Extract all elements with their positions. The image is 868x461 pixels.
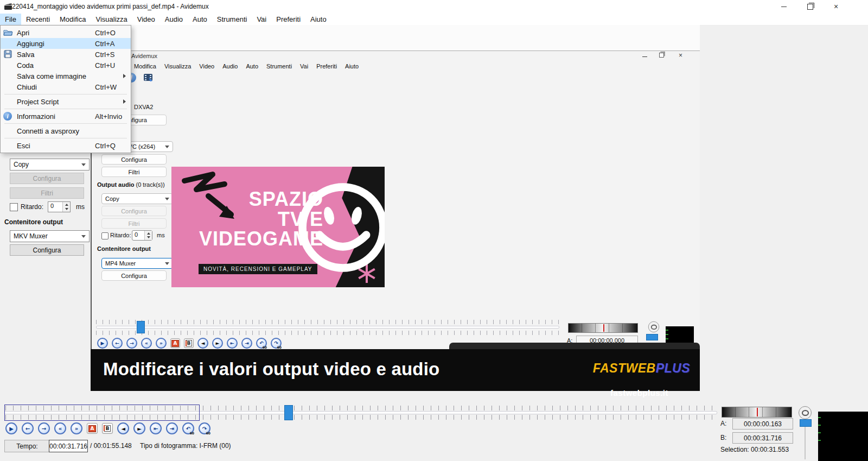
chevron-down-icon [81, 163, 86, 166]
video-back-60-button: ↶60 [256, 338, 267, 349]
fast-forward-button[interactable]: » [71, 422, 82, 434]
file-menu-salva[interactable]: SalvaCtrl+S [1, 49, 131, 60]
file-menu-esci[interactable]: EsciCtrl+Q [1, 140, 131, 151]
video-muxer-select: MP4 Muxer [101, 258, 173, 269]
save-icon [3, 50, 13, 59]
video-timeline-groove [96, 326, 559, 329]
prev-keyframe-button[interactable]: ⇤ [150, 422, 162, 434]
video-fwd-60-button: ↷60 [271, 338, 282, 349]
container-heading: Contenitore output [4, 218, 63, 226]
file-menu-connetti-avsproxy[interactable]: Connetti a avsproxy [1, 125, 131, 136]
brand-site: fastwebplus.it [610, 388, 668, 397]
delay-unit: ms [76, 203, 85, 211]
menu-separator [4, 94, 127, 94]
close-icon: × [834, 3, 838, 10]
volume-handle[interactable] [800, 419, 812, 427]
video-hw-decode-label: DXVA2 [134, 104, 153, 110]
video-fast-forward-button: » [156, 338, 167, 349]
duration-label: / 00:01:55.148 [90, 442, 132, 450]
menu-vai[interactable]: Vai [252, 14, 271, 25]
video-delay-label: Ritardo: [110, 232, 131, 238]
a-time-field: 00:00:00.163 [732, 418, 793, 430]
file-menu-project-script[interactable]: Project Script [1, 96, 131, 107]
video-preview[interactable]: Avidemux × ModificaVisualizza VideoAudio… [91, 25, 700, 391]
marker-a-button[interactable]: A [87, 423, 98, 434]
menu-separator [4, 109, 127, 109]
prev-frame-button[interactable]: ← [22, 422, 34, 434]
menu-video[interactable]: Video [132, 14, 160, 25]
video-prev-frame-button: ← [112, 338, 123, 349]
main-menubar: File Recenti Modifica Visualizza Video A… [0, 13, 868, 26]
video-inner-menubar: ModificaVisualizza VideoAudio AutoStrume… [134, 62, 367, 71]
time-input[interactable]: 00:00:31.716 [49, 440, 88, 452]
marker-b-button[interactable]: B [102, 423, 113, 434]
time-label-box: Tempo: [4, 440, 50, 452]
menu-preferiti[interactable]: Preferiti [271, 14, 305, 25]
timeline-handle[interactable] [284, 405, 293, 420]
open-folder-icon [3, 28, 13, 37]
file-menu-informazioni[interactable]: i InformazioniAlt+Invio [1, 111, 131, 122]
play-button[interactable]: ▶ [5, 422, 17, 434]
delay-checkbox[interactable] [10, 203, 18, 211]
shuttle-slider[interactable] [722, 407, 792, 418]
video-timeline-handle [137, 321, 145, 333]
menu-aiuto[interactable]: Aiuto [305, 14, 331, 25]
video-timeline-ticks-bottom [96, 331, 559, 335]
restore-button[interactable] [797, 0, 822, 13]
file-menu-chiudi[interactable]: ChiudiCtrl+W [1, 81, 131, 92]
menu-recenti[interactable]: Recenti [21, 14, 55, 25]
menu-separator [4, 123, 127, 124]
minimize-button[interactable] [771, 0, 796, 13]
fwd-60-button[interactable]: ↷60 [199, 422, 210, 434]
file-menu-coda[interactable]: CodaCtrl+U [1, 60, 131, 71]
timeline-selection-region[interactable] [4, 405, 200, 421]
video-audio-output-heading: Output audio (0 track(s)) [97, 181, 165, 188]
video-shuttle-slider [568, 323, 638, 333]
audio-codec-select[interactable]: Copy [10, 159, 90, 170]
brand-logo: FASTWEBPLUS fastwebplus.it [593, 361, 690, 376]
fast-backward-button[interactable]: « [54, 422, 66, 434]
container-configure-button[interactable]: Configura [10, 244, 84, 256]
close-button[interactable]: × [824, 0, 848, 13]
file-menu-dropdown: ApriCtrl+O AggiungiCtrl+A SalvaCtrl+S Co… [0, 25, 131, 153]
video-filters-button: Filtri [101, 167, 167, 177]
back-60-button[interactable]: ↶60 [182, 422, 194, 434]
video-container-heading: Contenitore output [97, 245, 151, 252]
video-next-keyframe-button: ⇥ [241, 338, 252, 349]
a-label: A: [720, 420, 726, 427]
video-transport-bar: ▶ ← → « » A B ◄ ► ⇤ ⇥ ↶60 ↷60 [97, 338, 282, 349]
video-speaker-icon [648, 321, 659, 332]
menu-modifica[interactable]: Modifica [55, 14, 91, 25]
menu-auto[interactable]: Auto [188, 14, 212, 25]
audio-thumbnail [818, 412, 868, 461]
video-audio-filters-button: Filtri [101, 218, 167, 229]
spinner-arrows-icon[interactable] [62, 202, 70, 212]
video-container-configure-button: Configura [101, 270, 167, 281]
transport-bar: ▶ ← → « » A B ◄ ► ⇤ ⇥ ↶60 ↷60 [5, 422, 210, 434]
delay-label: Ritardo: [21, 203, 43, 211]
video-next-frame-button: → [126, 338, 137, 349]
speaker-icon[interactable] [799, 406, 812, 419]
menu-visualizza[interactable]: Visualizza [91, 14, 132, 25]
video-goto-a-button: ◄ [197, 338, 208, 349]
app-titlebar: 220414_montaggio video avidemux primi pa… [0, 0, 868, 13]
menu-separator [4, 138, 127, 138]
next-frame-button[interactable]: → [38, 422, 50, 434]
video-inner-minimize-icon [642, 56, 647, 57]
video-audio-codec-select: Copy [101, 193, 173, 204]
menu-file[interactable]: File [0, 14, 21, 25]
file-menu-salva-immagine[interactable]: Salva come immagine [1, 71, 131, 81]
selection-label: Selection: 00:00:31.553 [720, 446, 789, 453]
goto-marker-a-button[interactable]: ◄ [117, 422, 129, 434]
goto-marker-b-button[interactable]: ► [133, 422, 145, 434]
video-goto-b-button: ► [212, 338, 223, 349]
next-keyframe-button[interactable]: ⇥ [166, 422, 178, 434]
muxer-select[interactable]: MKV Muxer [10, 230, 90, 242]
menu-strumenti[interactable]: Strumenti [212, 14, 252, 25]
video-inner-window: Avidemux × ModificaVisualizza VideoAudio… [91, 50, 700, 350]
menu-audio[interactable]: Audio [160, 14, 188, 25]
file-menu-aggiungi[interactable]: AggiungiCtrl+A [1, 38, 131, 49]
file-menu-apri[interactable]: ApriCtrl+O [1, 27, 131, 38]
video-prev-keyframe-button: ⇤ [227, 338, 238, 349]
delay-spinbox[interactable]: 0 [48, 201, 71, 212]
